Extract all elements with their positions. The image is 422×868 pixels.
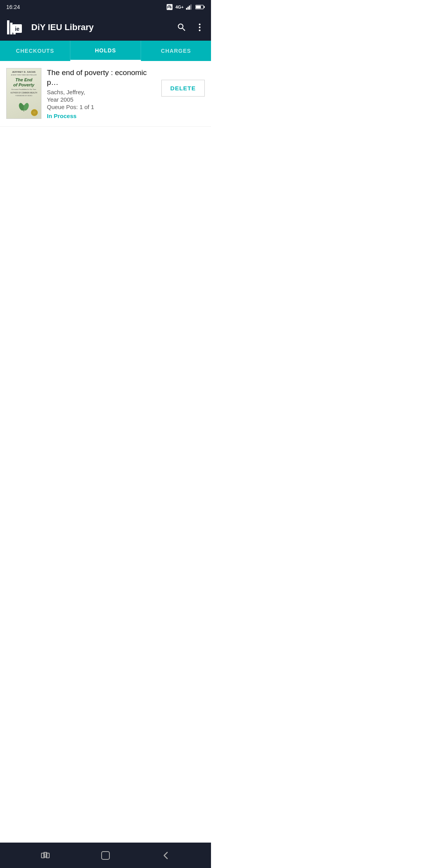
cover-title: The Endof Poverty bbox=[9, 77, 39, 88]
cover-author: JEFFREY D. SACHS bbox=[9, 71, 39, 73]
book-year: Year 2005 bbox=[47, 96, 156, 103]
tab-bar: CHECKOUTS HOLDS CHARGES bbox=[0, 41, 211, 61]
book-actions: DELETE bbox=[161, 68, 205, 97]
svg-rect-0 bbox=[186, 8, 187, 10]
battery-icon bbox=[195, 4, 205, 10]
signal-icon bbox=[186, 4, 193, 10]
cover-plant bbox=[18, 100, 30, 113]
tab-holds[interactable]: HOLDS bbox=[70, 41, 141, 61]
svg-rect-6 bbox=[204, 6, 205, 8]
time: 16:24 bbox=[6, 4, 20, 10]
status-bar: 16:24 4G+ bbox=[0, 0, 211, 14]
book-author: Sachs, Jeffrey, bbox=[47, 89, 156, 95]
cover-badge bbox=[31, 109, 38, 116]
more-options-icon[interactable] bbox=[195, 22, 205, 32]
svg-point-14 bbox=[199, 29, 200, 31]
search-icon[interactable] bbox=[177, 22, 187, 32]
app-bar-actions bbox=[177, 22, 205, 32]
book-info: The end of poverty : economic p… Sachs, … bbox=[47, 68, 156, 119]
tab-checkouts[interactable]: CHECKOUTS bbox=[0, 41, 70, 61]
cover-author-line: AUTHOR OF COMMON WEALTH bbox=[9, 92, 39, 94]
cover-foreword: FOREWORD BY BONO bbox=[9, 95, 39, 97]
svg-point-12 bbox=[199, 23, 200, 25]
holds-content: JEFFREY D. SACHS A NEW YORK TIMES BESTSE… bbox=[0, 61, 211, 405]
svg-rect-1 bbox=[188, 7, 189, 10]
svg-rect-7 bbox=[7, 20, 9, 34]
book-title: The end of poverty : economic p… bbox=[47, 68, 156, 87]
app-bar: ie DiY IEU Library bbox=[0, 14, 211, 41]
cover-nyt: A NEW YORK TIMES BESTSELLER bbox=[9, 74, 39, 76]
book-status: In Process bbox=[47, 113, 156, 119]
book-queue: Queue Pos: 1 of 1 bbox=[47, 104, 156, 110]
network-type: 4G+ bbox=[175, 5, 184, 9]
cover-subtitle: Economic Possibilities for Our Time bbox=[9, 88, 39, 90]
delete-button[interactable]: DELETE bbox=[161, 80, 205, 97]
svg-rect-3 bbox=[190, 4, 191, 10]
svg-rect-2 bbox=[189, 5, 190, 10]
tab-charges[interactable]: CHARGES bbox=[141, 41, 211, 61]
hold-item: JEFFREY D. SACHS A NEW YORK TIMES BESTSE… bbox=[0, 61, 211, 127]
status-icons: 4G+ bbox=[166, 4, 205, 11]
svg-point-13 bbox=[199, 27, 200, 28]
svg-rect-5 bbox=[196, 5, 201, 8]
app-logo: ie bbox=[6, 17, 27, 38]
svg-rect-8 bbox=[10, 23, 13, 34]
svg-text:ie: ie bbox=[15, 26, 20, 32]
book-cover: JEFFREY D. SACHS A NEW YORK TIMES BESTSE… bbox=[6, 68, 41, 119]
app-title: DiY IEU Library bbox=[31, 22, 172, 32]
nfc-icon bbox=[166, 4, 173, 11]
